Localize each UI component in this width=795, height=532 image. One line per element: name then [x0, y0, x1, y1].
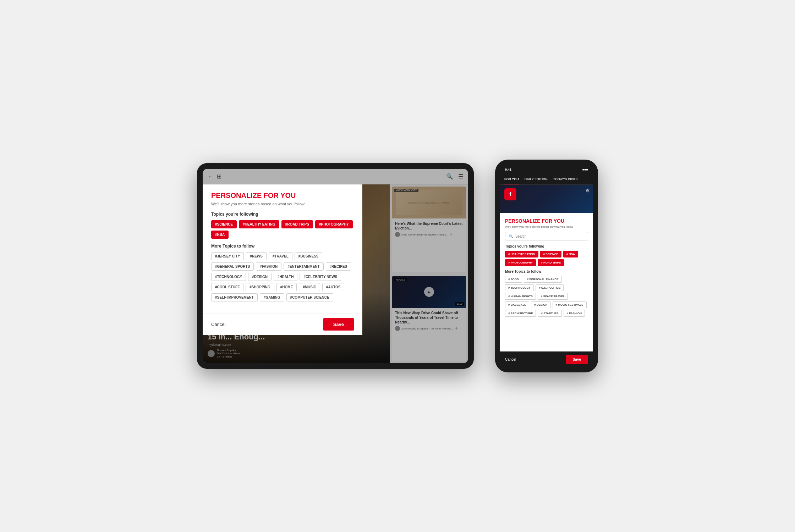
following-tag[interactable]: #SCIENCE [211, 220, 237, 228]
phone-following-tag[interactable]: # HEALTHY EATING [505, 251, 538, 257]
phone-more-tag[interactable]: # SPACE TRAVEL [538, 293, 568, 300]
following-tag[interactable]: #PHOTOGRAPHY [315, 220, 353, 228]
more-topics-label: More Topics to follow [211, 244, 354, 249]
modal-footer: Cancel Save [203, 314, 362, 335]
phone-cancel-button[interactable]: Cancel [505, 358, 566, 361]
phone-more-tag[interactable]: # HUMAN RIGHTS [505, 293, 536, 300]
phone-following-tag[interactable]: # SCIENCE [540, 251, 561, 257]
following-tag[interactable]: #ROAD TRIPS [281, 220, 313, 228]
more-topic-tag[interactable]: #DESIGN [248, 273, 272, 281]
more-topic-tag[interactable]: #MUSIC [299, 283, 320, 291]
save-button[interactable]: Save [323, 318, 354, 331]
phone-more-tag[interactable]: # U.S. POLITICS [536, 284, 564, 291]
more-topic-tag[interactable]: #HEALTH [274, 273, 297, 281]
following-tag[interactable]: #HEALTHY EATING [239, 220, 279, 228]
hero-settings-icon[interactable]: ⚙ [586, 188, 590, 193]
phone-time: 9:41 [505, 168, 511, 171]
phone-search-icon: 🔍 [509, 234, 513, 238]
more-topic-tag[interactable]: #HOME [276, 283, 297, 291]
phone-more-tag[interactable]: # DESIGN [531, 301, 550, 308]
more-topic-tag[interactable]: #COMPUTER SCIENCE [286, 293, 333, 301]
phone-more-tag[interactable]: # STARTUPS [538, 310, 561, 317]
phone-more-tag[interactable]: # PERSONAL FINANCE [524, 276, 562, 283]
phone-nav-tabs: FOR YOUDAILY EDITIONTODAY'S PICKS [500, 174, 593, 185]
more-topic-tag[interactable]: #GENERAL SPORTS [211, 262, 254, 271]
tablet-content: #HOME 15 In... Enoug... mydomaine.com De… [203, 184, 468, 363]
phone-following-tag[interactable]: # NBA [563, 251, 578, 257]
more-topic-tag[interactable]: #ENTERTAINMENT [284, 262, 323, 271]
more-topic-tag[interactable]: #JERSEY CITY [211, 252, 244, 260]
phone-search-input[interactable] [515, 234, 584, 238]
more-topic-tag[interactable]: #CELEBRITY NEWS [300, 273, 341, 281]
more-topic-tag[interactable]: #BUSINESS [295, 252, 323, 260]
more-topic-tag[interactable]: #GAMING [260, 293, 284, 301]
personalize-modal: PERSONALIZE FOR YOU We'll show you more … [203, 184, 362, 335]
phone-screen: 9:41 ■■■ FOR YOUDAILY EDITIONTODAY'S PIC… [500, 165, 593, 367]
more-topic-tag[interactable]: #AUTOS [322, 283, 344, 291]
phone-modal-subtitle: We'll show you more stories based on wha… [505, 225, 588, 228]
phone-more-tag[interactable]: # FASHION [564, 310, 585, 317]
phone-tab-daily-edition[interactable]: DAILY EDITION [525, 174, 548, 184]
flipper-logo: f [504, 188, 516, 200]
more-topic-tag[interactable]: #TECHNOLOGY [211, 273, 246, 281]
more-topic-tag[interactable]: #TRAVEL [269, 252, 292, 260]
phone-following-label: Topics you're following [505, 244, 588, 248]
phone-more-tag[interactable]: # MUSIC FESTIVALS [553, 301, 587, 308]
phone-status-icons: ■■■ [582, 168, 588, 171]
phone-more-label: More Topics to follow [505, 270, 588, 273]
phone-tab-today's-picks[interactable]: TODAY'S PICKS [553, 174, 578, 184]
more-topic-tag[interactable]: #RECIPES [326, 262, 351, 271]
phone-search-box[interactable]: 🔍 [505, 232, 588, 241]
phone-more-tag[interactable]: # TECHNOLOGY [505, 284, 534, 291]
more-topic-tag[interactable]: #FASHION [256, 262, 281, 271]
more-topic-tag[interactable]: #SELF-IMPROVEMENT [211, 293, 258, 301]
phone-modal-content: PERSONALIZE FOR YOU We'll show you more … [500, 213, 593, 325]
phone-notch [532, 165, 561, 171]
phone-footer: Cancel Save [500, 351, 593, 367]
following-label: Topics you're following [211, 212, 354, 217]
more-topic-tag[interactable]: #COOL STUFF [211, 283, 243, 291]
phone-following-tags: # HEALTHY EATING# SCIENCE# NBA# PHOTOGRA… [505, 251, 588, 266]
phone-more-tag[interactable]: # ARCHITECTURE [505, 310, 536, 317]
phone-more-tags: # FOOD# PERSONAL FINANCE# TECHNOLOGY# U.… [505, 276, 588, 317]
following-tag[interactable]: #NBA [211, 231, 229, 239]
phone-more-tag[interactable]: # FOOD [505, 276, 522, 283]
modal-subtitle: We'll show you more stories based on wha… [211, 202, 354, 206]
tablet-device: ← ⊞ 🔍 ☰ #HOME 15 In... Enoug... mydomain… [197, 163, 474, 369]
cancel-button[interactable]: Cancel [211, 322, 323, 327]
more-topic-tag[interactable]: #SHOPPING [246, 283, 274, 291]
more-topic-tag[interactable]: #NEWS [246, 252, 267, 260]
phone-save-button[interactable]: Save [566, 355, 588, 364]
phone-hero: f ⚙ [500, 185, 593, 213]
phone-following-tag[interactable]: # PHOTOGRAPHY [505, 259, 536, 266]
modal-content: PERSONALIZE FOR YOU We'll show you more … [203, 184, 362, 314]
phone-more-tag[interactable]: # BASEBALL [505, 301, 529, 308]
phone-device: 9:41 ■■■ FOR YOUDAILY EDITIONTODAY'S PIC… [495, 160, 598, 372]
tablet-screen: ← ⊞ 🔍 ☰ #HOME 15 In... Enoug... mydomain… [203, 169, 468, 363]
more-topics-tags: #JERSEY CITY#NEWS#TRAVEL#BUSINESS#GENERA… [211, 252, 354, 301]
following-tags: #SCIENCE#HEALTHY EATING#ROAD TRIPS#PHOTO… [211, 220, 354, 239]
phone-modal: PERSONALIZE FOR YOU We'll show you more … [500, 213, 593, 351]
phone-modal-title: PERSONALIZE FOR YOU [505, 218, 588, 224]
phone-following-tag[interactable]: # ROAD TRIPS [538, 259, 564, 266]
modal-title: PERSONALIZE FOR YOU [211, 192, 354, 200]
phone-tab-for-you[interactable]: FOR YOU [504, 174, 519, 184]
